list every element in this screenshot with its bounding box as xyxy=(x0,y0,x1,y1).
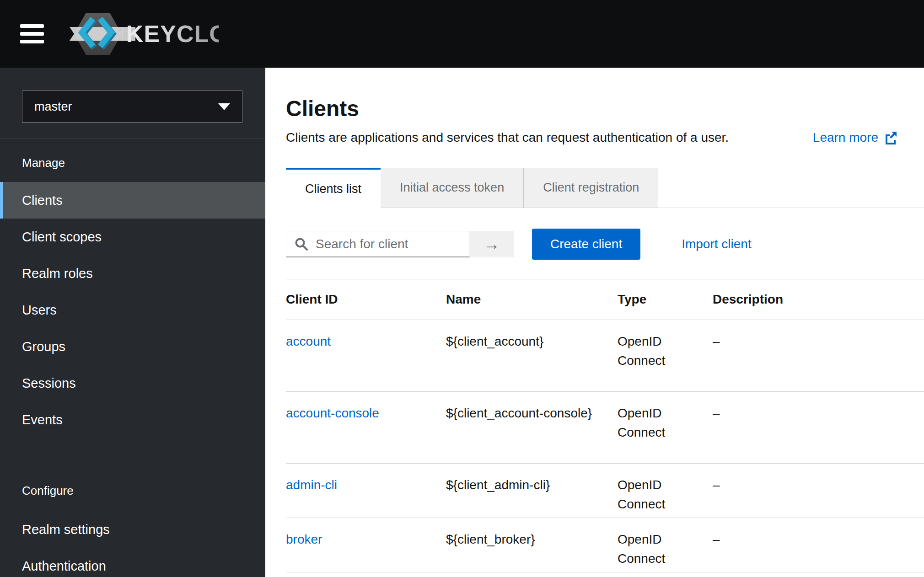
client-name-cell: ${client_account-console} xyxy=(446,392,618,464)
table-row: admin-cli ${client_admin-cli} OpenID Con… xyxy=(286,464,924,518)
search-input-wrap xyxy=(286,231,470,257)
client-description-cell: – xyxy=(713,392,924,464)
client-name-cell: ${client_broker} xyxy=(446,518,618,572)
client-name-cell: ${client_admin-cli} xyxy=(446,464,618,518)
arrow-right-icon: → xyxy=(483,235,500,254)
sidebar-item-client-scopes[interactable]: Client scopes xyxy=(0,219,265,255)
page-description: Clients are applications and services th… xyxy=(286,130,729,145)
nav-section-manage: Manage xyxy=(0,139,265,182)
sidebar-item-clients[interactable]: Clients xyxy=(0,182,265,219)
sidebar-item-sessions[interactable]: Sessions xyxy=(0,365,265,401)
sidebar-item-events[interactable]: Events xyxy=(0,401,265,438)
tab-bar-filler xyxy=(658,168,924,208)
client-type-cell: OpenID Connect xyxy=(618,464,713,518)
table-row: broker ${client_broker} OpenID Connect – xyxy=(286,518,924,572)
external-link-icon xyxy=(884,131,897,144)
page-title: Clients xyxy=(286,96,924,121)
sidebar-nav: master Manage Clients Client scopes Real… xyxy=(0,68,265,577)
chevron-down-icon xyxy=(218,103,230,110)
tab-client-registration[interactable]: Client registration xyxy=(523,168,658,208)
keycloak-logo-icon: KEYCLOAK xyxy=(68,12,219,56)
search-input[interactable] xyxy=(316,237,467,251)
column-header-description: Description xyxy=(713,279,924,320)
sidebar-item-groups[interactable]: Groups xyxy=(0,328,265,365)
import-client-link[interactable]: Import client xyxy=(682,237,752,251)
brand-wordmark: KEYCLOAK xyxy=(126,21,219,47)
main-content: Clients Clients are applications and ser… xyxy=(265,68,924,577)
client-id-link[interactable]: broker xyxy=(286,532,322,546)
tab-bar: Clients list Initial access token Client… xyxy=(265,168,924,208)
sidebar-item-authentication[interactable]: Authentication xyxy=(0,548,265,577)
client-description-cell: – xyxy=(713,464,924,518)
client-id-link[interactable]: account xyxy=(286,334,331,348)
clients-table: Client ID Name Type Description account … xyxy=(286,279,924,572)
client-type-cell: OpenID Connect xyxy=(618,518,713,572)
client-type-cell: OpenID Connect xyxy=(618,320,713,392)
keycloak-logo[interactable]: KEYCLOAK xyxy=(68,12,219,56)
realm-selector-dropdown[interactable]: master xyxy=(22,91,242,123)
tab-initial-access-token[interactable]: Initial access token xyxy=(381,168,523,208)
nav-section-configure: Configure xyxy=(0,466,265,511)
search-icon xyxy=(295,237,308,251)
table-row: account-console ${client_account-console… xyxy=(286,392,924,464)
column-header-name: Name xyxy=(446,279,618,320)
client-description-cell: – xyxy=(713,518,924,572)
client-description-cell: – xyxy=(713,320,924,392)
search-submit-button[interactable]: → xyxy=(470,231,514,257)
realm-selector-block: master xyxy=(0,68,265,139)
client-id-link[interactable]: account-console xyxy=(286,406,379,420)
tab-clients-list[interactable]: Clients list xyxy=(286,168,381,208)
create-client-button[interactable]: Create client xyxy=(532,229,640,260)
hamburger-menu-icon[interactable] xyxy=(20,24,44,43)
masthead: KEYCLOAK xyxy=(0,0,924,68)
client-type-cell: OpenID Connect xyxy=(618,392,713,464)
realm-selector-value: master xyxy=(34,100,72,114)
page-description-row: Clients are applications and services th… xyxy=(286,130,924,145)
sidebar-item-realm-roles[interactable]: Realm roles xyxy=(0,255,265,292)
column-header-type: Type xyxy=(618,279,713,320)
sidebar-item-realm-settings[interactable]: Realm settings xyxy=(0,511,265,548)
client-id-link[interactable]: admin-cli xyxy=(286,478,337,492)
clients-toolbar: → Create client Import client xyxy=(286,229,924,260)
search-group: → xyxy=(286,231,514,257)
learn-more-link[interactable]: Learn more xyxy=(813,130,897,145)
client-name-cell: ${client_account} xyxy=(446,320,618,392)
sidebar-item-users[interactable]: Users xyxy=(0,292,265,328)
table-header-row: Client ID Name Type Description xyxy=(286,279,924,320)
column-header-client-id: Client ID xyxy=(286,279,446,320)
table-row: account ${client_account} OpenID Connect… xyxy=(286,320,924,392)
